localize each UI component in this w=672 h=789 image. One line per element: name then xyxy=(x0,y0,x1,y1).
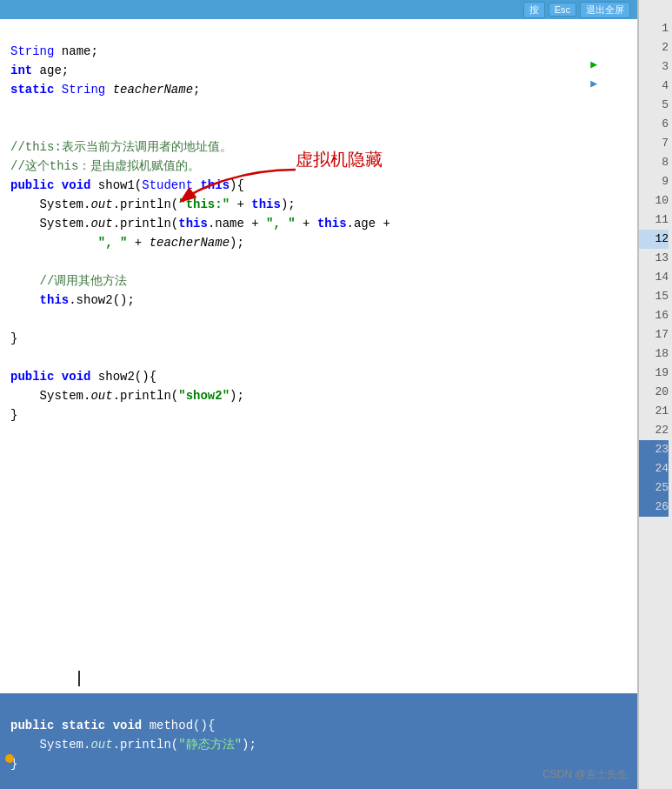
line-15-text: this.show2(); xyxy=(7,291,637,310)
line-num-14: 14 xyxy=(639,268,669,287)
bottom-line-25-text: System.out.println("静态方法"); xyxy=(7,735,637,754)
line-num-11: 11 xyxy=(639,211,669,230)
line-3-text: int age; xyxy=(7,61,637,80)
code-line-9: public void show1(Student this){ xyxy=(7,176,637,195)
code-line-16 xyxy=(7,310,637,329)
annotation-label: 虚拟机隐藏 xyxy=(296,148,383,171)
line-22-text xyxy=(7,425,637,444)
code-line-4: static String teacherName; xyxy=(7,80,637,99)
line-num-6: 6 xyxy=(639,115,669,134)
line-17-text: } xyxy=(7,329,637,348)
line-20-text: System.out.println("show2"); xyxy=(7,386,637,405)
line-num-16: 16 xyxy=(639,306,669,325)
status-dot xyxy=(5,754,14,763)
text-cursor xyxy=(78,671,80,686)
code-line-2: String name; xyxy=(7,42,637,61)
code-line-19: public void show2(){ xyxy=(7,367,637,386)
line-num-2: 2 xyxy=(639,38,669,57)
code-line-21: } xyxy=(7,405,637,425)
line-10-text: System.out.println("this:" + this); xyxy=(7,195,637,214)
line-num-26: 26 xyxy=(639,498,669,517)
line-num-10: 10 xyxy=(639,191,669,211)
line-num-5: 5 xyxy=(639,96,669,115)
press-button[interactable]: 按 xyxy=(523,2,545,18)
line-6-text xyxy=(7,118,637,137)
line-16-text xyxy=(7,310,637,329)
exit-fullscreen-button[interactable]: 退出全屏 xyxy=(580,2,630,18)
bottom-line-23-text xyxy=(7,697,637,716)
bottom-highlighted-section: public static void method(){ System.out.… xyxy=(0,693,637,789)
play-arrow-line4: ▶ xyxy=(590,77,597,90)
line-num-18: 18 xyxy=(639,344,669,364)
code-line-11: System.out.println(this.name + ", " + th… xyxy=(7,214,637,233)
code-line-6 xyxy=(7,118,637,137)
code-line-20: System.out.println("show2"); xyxy=(7,386,637,405)
code-line-12: ", " + teacherName); xyxy=(7,233,637,252)
line-21-text: } xyxy=(7,405,637,425)
code-line-18 xyxy=(7,348,637,367)
esc-button[interactable]: Esc xyxy=(549,3,576,17)
bottom-line-24-text: public static void method(){ xyxy=(7,716,637,735)
line-num-9: 9 xyxy=(639,172,669,191)
line-num-12: 12 xyxy=(639,230,669,249)
line-num-13: 13 xyxy=(639,249,669,268)
line-num-7: 7 xyxy=(639,134,669,153)
annotation-arrow xyxy=(174,161,313,204)
code-line-17: } xyxy=(7,329,637,348)
line-num-22: 22 xyxy=(639,421,669,440)
line-num-17: 17 xyxy=(639,325,669,344)
line-num-24: 24 xyxy=(639,459,669,478)
play-arrow-line3: ▶ xyxy=(590,57,597,71)
line-num-21: 21 xyxy=(639,402,669,421)
top-bar: 按 Esc 退出全屏 xyxy=(0,0,637,19)
bottom-line-25: System.out.println("静态方法"); xyxy=(7,735,637,754)
line-9-text: public void show1(Student this){ xyxy=(7,176,637,195)
line-2-text: String name; xyxy=(7,42,637,61)
line-13-text xyxy=(7,252,637,271)
code-line-14: //调用其他方法 xyxy=(7,271,637,291)
line-num-3: 3 xyxy=(639,57,669,77)
code-line-15: this.show2(); xyxy=(7,291,637,310)
line-num-20: 20 xyxy=(639,383,669,402)
line-num-15: 15 xyxy=(639,287,669,306)
code-content: String name; int age; static String teac… xyxy=(0,19,637,693)
line-num-19: 19 xyxy=(639,364,669,383)
code-area: 按 Esc 退出全屏 String name; int age; static … xyxy=(0,0,637,789)
bottom-line-23 xyxy=(7,697,637,716)
code-line-1 xyxy=(7,23,637,42)
code-line-22 xyxy=(7,425,637,444)
bottom-line-24: public static void method(){ xyxy=(7,716,637,735)
line-num-1: 1 xyxy=(639,19,669,38)
code-line-3: int age; xyxy=(7,61,637,80)
code-line-5 xyxy=(7,99,637,118)
line-1-text xyxy=(7,23,637,42)
line-14-text: //调用其他方法 xyxy=(7,271,637,291)
line-19-text: public void show2(){ xyxy=(7,367,637,386)
line-num-25: 25 xyxy=(639,478,669,498)
line-11-text: System.out.println(this.name + ", " + th… xyxy=(7,214,637,233)
code-line-10: System.out.println("this:" + this); xyxy=(7,195,637,214)
line-12-text: ", " + teacherName); xyxy=(7,233,637,252)
line-num-23: 23 xyxy=(639,440,669,459)
line-4-text: static String teacherName; xyxy=(7,80,637,99)
line-5-text xyxy=(7,99,637,118)
line-num-8: 8 xyxy=(639,153,669,172)
line-numbers: 1 2 3 4 5 6 7 8 9 10 11 12 13 14 15 16 1… xyxy=(637,0,672,789)
code-line-13 xyxy=(7,252,637,271)
line-18-text xyxy=(7,348,637,367)
editor-container: 按 Esc 退出全屏 String name; int age; static … xyxy=(0,0,672,789)
line-num-4: 4 xyxy=(639,77,669,96)
watermark: CSDN @吉士先生. xyxy=(542,767,630,782)
